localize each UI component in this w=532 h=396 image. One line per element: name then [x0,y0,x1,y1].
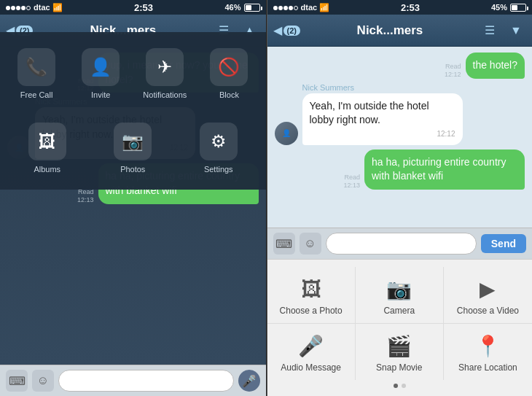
menu-item-invite[interactable]: 👤 Invite [71,39,130,108]
block-icon: 🚫 [210,48,248,86]
camera-button[interactable]: 📷 Camera [356,267,444,324]
left-status-left: dtac 📶 [6,3,63,12]
right-header: ◀ (2) Nick...mers ☰ ▼ [267,15,533,47]
back-count-right: (2) [283,26,300,36]
battery-pct-right: 45% [491,3,507,12]
choose-video-button[interactable]: ▶ Choose a Video [444,267,532,324]
message-input-right[interactable] [326,233,477,255]
right-read-label-1: Read12:12 [445,63,461,79]
notifications-label: Notifications [143,90,187,99]
right-msg-text-1: the hotel? [473,59,518,71]
snap-movie-button[interactable]: 🎬 Snap Movie [356,324,444,380]
menu-button-right[interactable]: ☰ [480,22,500,39]
right-time: 2:53 [401,2,420,13]
mic-button-left[interactable]: 🎤 [238,370,260,392]
left-status-bar: dtac 📶 2:53 46% [0,0,266,15]
down-button-right[interactable]: ▼ [506,22,526,39]
albums-label: Albums [34,165,60,174]
right-status-bar: dtac 📶 2:53 45% [267,0,533,15]
emoji-button-right[interactable]: ☺ [300,233,321,255]
right-avatar-2: 👤 [275,122,298,145]
menu-item-free-call[interactable]: 📞 Free Call [7,39,66,108]
menu-row1: 📞 Free Call 👤 Invite ✈ Notifications 🚫 B… [7,39,259,108]
carrier-label-right: dtac [301,3,318,12]
emoji-button-left[interactable]: ☺ [32,370,54,392]
right-msg-group-1: Read12:12 the hotel? [275,53,525,79]
battery-fill-left [246,5,251,10]
menu-overlay: 📞 Free Call 👤 Invite ✈ Notifications 🚫 B… [0,32,266,190]
dot-1 [394,384,398,388]
settings-label: Settings [204,165,233,174]
right-chat-area: Read12:12 the hotel? Nick Summers 👤 Yeah… [267,47,533,228]
right-msg-text-3: ha ha, picturing entire country with bla… [372,156,506,182]
right-msg-group-3: Read12:13 ha ha, picturing entire countr… [275,150,525,190]
right-msg-group-2: Nick Summers 👤 Yeah, I'm outside the hot… [275,83,525,145]
left-input-bar: ⌨ ☺ 🎤 [0,365,266,396]
menu-item-settings[interactable]: ⚙ Settings [179,114,259,182]
photos-icon: 📷 [114,123,152,160]
camera-icon: 📷 [386,277,412,301]
choose-video-label: Choose a Video [457,306,519,316]
battery-icon-right [510,4,526,12]
back-arrow-icon-right: ◀ [273,23,282,37]
notifications-icon: ✈ [146,48,184,86]
invite-label: Invite [91,90,110,99]
send-button[interactable]: Send [481,234,526,253]
wifi-icon-right: 📶 [319,3,329,12]
keyboard-button-right[interactable]: ⌨ [273,233,295,255]
share-location-button[interactable]: 📍 Share Location [444,324,532,380]
right-status-right: 45% [491,3,526,12]
menu-row2: 🖼 Albums 📷 Photos ⚙ Settings [7,114,259,182]
battery-pct-left: 46% [224,3,240,12]
right-sender-name-2: Nick Summers [302,83,525,92]
menu-item-albums[interactable]: 🖼 Albums [7,114,87,182]
choose-photo-icon: 🖼 [301,277,321,301]
menu-item-notifications[interactable]: ✈ Notifications [136,39,194,108]
choose-video-icon: ▶ [480,277,496,301]
page-dots [267,380,533,392]
albums-icon: 🖼 [28,123,66,160]
right-read-label-3: Read12:13 [343,174,360,190]
camera-label: Camera [383,306,415,316]
invite-icon: 👤 [82,48,120,86]
audio-message-label: Audio Message [281,362,341,373]
audio-message-button[interactable]: 🎤 Audio Message [267,324,356,380]
settings-icon: ⚙ [200,123,238,160]
battery-icon-left [244,4,260,12]
snap-movie-icon: 🎬 [386,334,412,358]
share-location-label: Share Location [458,362,517,373]
right-back-button[interactable]: ◀ (2) [273,23,300,37]
right-status-left: dtac 📶 [273,3,330,12]
snap-movie-label: Snap Movie [376,362,422,373]
signal-dots-right [273,3,299,12]
right-bubble-1: the hotel? [466,53,525,79]
carrier-label: dtac [34,3,50,12]
battery-fill-right [512,5,517,10]
right-input-bar: ⌨ ☺ Send [267,228,533,259]
right-panel: dtac 📶 2:53 45% ◀ (2) Nick...mers ☰ ▼ Re… [267,0,533,396]
right-avatar-img-2: 👤 [275,122,298,145]
mic-icon-left: 🎤 [242,374,257,388]
photos-label: Photos [120,165,145,174]
choose-photo-label: Choose a Photo [280,306,343,316]
menu-item-block[interactable]: 🚫 Block [200,39,258,108]
media-panel: 🖼 Choose a Photo 📷 Camera ▶ Choose a Vid… [267,259,533,396]
right-bubble-3: ha ha, picturing entire country with bla… [364,150,525,190]
media-grid: 🖼 Choose a Photo 📷 Camera ▶ Choose a Vid… [267,267,533,380]
right-header-title: Nick...mers [305,23,475,38]
right-msg-text-2: Yeah, I'm outside the hotel lobby right … [310,100,429,126]
left-status-right: 46% [224,3,259,12]
menu-item-photos[interactable]: 📷 Photos [93,114,173,182]
audio-message-icon: 🎤 [298,334,324,358]
right-msg-time-2: 12:12 [310,129,455,139]
block-label: Block [219,90,239,99]
keyboard-button-left[interactable]: ⌨ [6,370,28,392]
wifi-icon: 📶 [52,3,63,12]
dot-2 [402,384,406,388]
choose-photo-button[interactable]: 🖼 Choose a Photo [267,267,356,324]
right-header-icons: ☰ ▼ [480,22,526,39]
message-input-left[interactable] [58,370,234,392]
free-call-label: Free Call [20,90,53,99]
left-panel: dtac 📶 2:53 46% ◀ (2) Nick...mers ☰ ▲ 📞 … [0,0,266,396]
share-location-icon: 📍 [475,334,501,358]
